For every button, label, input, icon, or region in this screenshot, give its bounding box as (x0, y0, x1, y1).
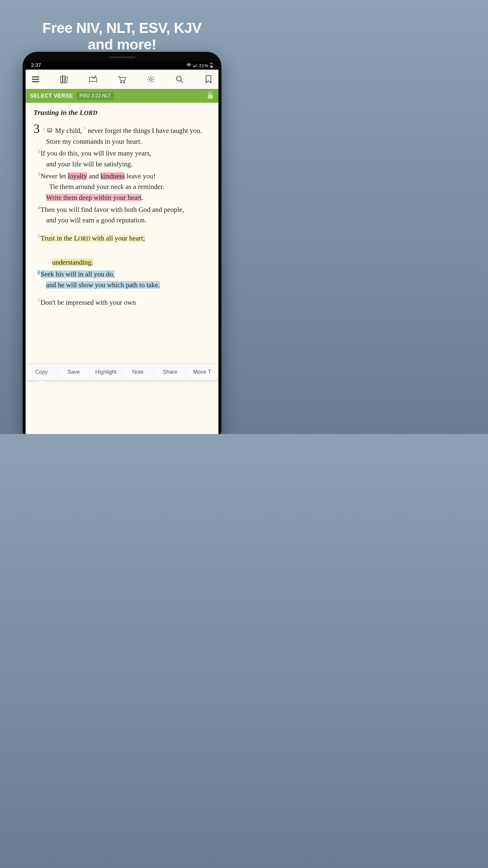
select-verse-label: SELECT VERSE (30, 93, 73, 99)
verse-num-2: 2 (38, 149, 40, 154)
chapter-number: 3 (33, 122, 40, 135)
phone-speaker (108, 56, 135, 58)
note-button[interactable]: Note (122, 364, 154, 380)
verse-action-bar: Copy Save Highlight Note Share Move T (26, 364, 218, 380)
promo-title: Free NIV, NLT, ESV, KJV and more! (0, 0, 244, 53)
reading-plan-icon[interactable] (88, 75, 98, 83)
verse-num-6: 6 (38, 270, 40, 275)
svg-rect-3 (196, 64, 196, 67)
svg-rect-0 (193, 66, 194, 67)
gear-icon[interactable] (146, 75, 156, 84)
status-bar: 2:37 21% (26, 61, 218, 70)
cart-icon[interactable] (117, 75, 127, 84)
verse-5[interactable]: 5Trust in the LORD with all your heart; … (33, 233, 210, 268)
svg-point-14 (121, 82, 122, 83)
battery-percent: 21% (199, 63, 208, 68)
svg-rect-12 (63, 76, 65, 83)
svg-rect-7 (210, 66, 213, 67)
status-time: 2:37 (31, 62, 41, 68)
svg-point-15 (124, 82, 125, 83)
verse-num-1: 1 (43, 127, 45, 131)
verse-num-4: 4 (38, 205, 40, 210)
verse-num-5: 5 (38, 234, 40, 239)
svg-point-17 (176, 76, 181, 81)
menu-icon[interactable] (30, 76, 41, 83)
library-icon[interactable] (59, 75, 70, 84)
verse-1[interactable]: 3 1 My child, * never forget the things … (33, 122, 210, 147)
phone-frame: 2:37 21% (23, 52, 221, 434)
chapter-heading: Trusting in the LORD (33, 107, 210, 118)
footnote-star-icon[interactable]: * (84, 127, 86, 131)
svg-rect-6 (211, 63, 212, 63)
note-indicator-icon[interactable] (47, 128, 52, 132)
svg-rect-4 (197, 64, 197, 67)
share-button[interactable]: Share (154, 364, 187, 380)
verse-6[interactable]: 6Seek his will in all you do, and he wil… (33, 269, 210, 290)
svg-point-16 (150, 78, 152, 81)
verse-2[interactable]: 2If you do this, you will live many year… (33, 148, 210, 169)
svg-rect-13 (65, 77, 67, 83)
app-toolbar (26, 70, 218, 89)
verse-selection-bar[interactable]: SELECT VERSE PRO 2:22 NLT (26, 89, 218, 103)
svg-rect-11 (61, 76, 62, 83)
unlock-icon[interactable] (207, 92, 214, 100)
svg-rect-19 (208, 95, 213, 98)
battery-icon (210, 63, 213, 68)
svg-rect-1 (194, 66, 195, 67)
search-icon[interactable] (174, 75, 185, 84)
verse-num-3: 3 (38, 172, 40, 177)
verse-3[interactable]: 3Never let loyalty and kindness leave yo… (33, 171, 210, 203)
signal-icon (193, 63, 197, 68)
status-right: 21% (187, 63, 213, 68)
wifi-icon (187, 63, 191, 68)
scripture-content[interactable]: Trusting in the LORD 3 1 My child, * nev… (26, 103, 218, 308)
verse-7[interactable]: 7Don't be impressed with your own (33, 297, 210, 308)
move-button[interactable]: Move T (186, 364, 218, 380)
copy-button[interactable]: Copy (26, 364, 58, 380)
svg-line-18 (181, 81, 183, 83)
bookmark-icon[interactable] (203, 75, 214, 84)
highlight-button[interactable]: Highlight (90, 364, 122, 380)
save-button[interactable]: Save (58, 364, 90, 380)
svg-rect-2 (195, 65, 195, 67)
action-bar-arrow-icon (38, 381, 45, 384)
verse-reference-badge[interactable]: PRO 2:22 NLT (76, 92, 114, 100)
verse-num-7: 7 (38, 298, 40, 303)
verse-4[interactable]: 4Then you will find favor with both God … (33, 204, 210, 226)
